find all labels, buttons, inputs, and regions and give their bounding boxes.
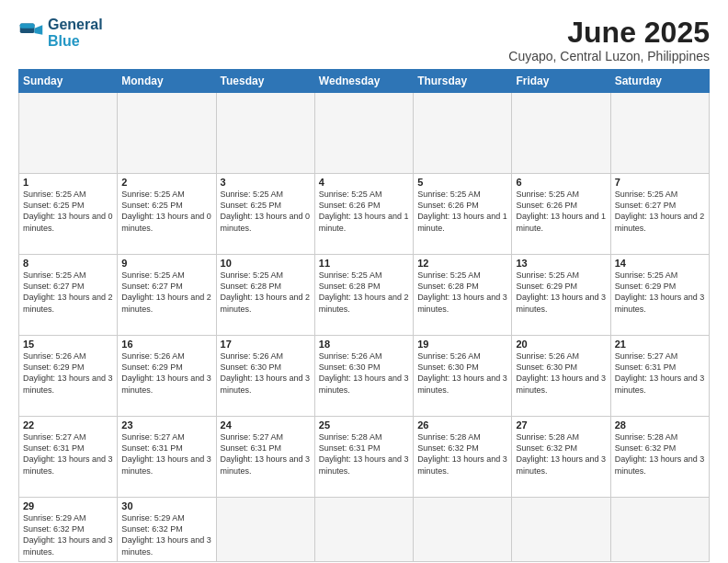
cell-info: Sunrise: 5:29 AMSunset: 6:32 PMDaylight:… — [23, 512, 113, 557]
day-number: 21 — [615, 339, 705, 350]
day-number: 2 — [121, 177, 211, 188]
table-row — [19, 93, 118, 174]
col-monday: Monday — [118, 70, 216, 93]
table-row — [610, 93, 709, 174]
month-title: June 2025 — [508, 17, 710, 49]
cell-info: Sunrise: 5:28 AMSunset: 6:32 PMDaylight:… — [516, 431, 606, 477]
table-row: 2Sunrise: 5:25 AMSunset: 6:25 PMDaylight… — [118, 174, 216, 255]
table-row: 16Sunrise: 5:26 AMSunset: 6:29 PMDayligh… — [118, 336, 216, 417]
cell-info: Sunrise: 5:26 AMSunset: 6:30 PMDaylight:… — [221, 350, 311, 396]
col-wednesday: Wednesday — [314, 70, 413, 93]
day-number: 29 — [23, 500, 113, 511]
table-row: 1Sunrise: 5:25 AMSunset: 6:25 PMDaylight… — [19, 174, 118, 255]
table-row: 22Sunrise: 5:27 AMSunset: 6:31 PMDayligh… — [19, 417, 118, 498]
table-row: 29Sunrise: 5:29 AMSunset: 6:32 PMDayligh… — [19, 498, 118, 562]
logo-icon — [18, 20, 44, 46]
table-row: 20Sunrise: 5:26 AMSunset: 6:30 PMDayligh… — [512, 336, 610, 417]
col-saturday: Saturday — [610, 70, 709, 93]
day-number: 22 — [23, 419, 113, 431]
col-friday: Friday — [512, 70, 610, 93]
day-number: 10 — [221, 258, 311, 269]
cell-info: Sunrise: 5:25 AMSunset: 6:25 PMDaylight:… — [23, 189, 113, 234]
day-number: 7 — [615, 177, 705, 188]
title-block: June 2025 Cuyapo, Central Luzon, Philipp… — [508, 17, 710, 63]
table-row — [512, 498, 610, 562]
cell-info: Sunrise: 5:28 AMSunset: 6:31 PMDaylight:… — [319, 431, 409, 477]
table-row: 18Sunrise: 5:26 AMSunset: 6:30 PMDayligh… — [314, 336, 413, 417]
day-number: 25 — [319, 419, 409, 431]
table-row: 10Sunrise: 5:25 AMSunset: 6:28 PMDayligh… — [216, 255, 314, 336]
day-number: 8 — [23, 258, 113, 269]
cell-info: Sunrise: 5:25 AMSunset: 6:25 PMDaylight:… — [221, 189, 311, 234]
cell-info: Sunrise: 5:27 AMSunset: 6:31 PMDaylight:… — [221, 431, 311, 477]
table-row — [216, 498, 314, 562]
cell-info: Sunrise: 5:25 AMSunset: 6:27 PMDaylight:… — [615, 189, 705, 234]
table-row: 12Sunrise: 5:25 AMSunset: 6:28 PMDayligh… — [414, 255, 512, 336]
day-number: 9 — [121, 258, 211, 269]
table-row: 21Sunrise: 5:27 AMSunset: 6:31 PMDayligh… — [610, 336, 709, 417]
calendar-header-row: Sunday Monday Tuesday Wednesday Thursday… — [19, 70, 710, 93]
day-number: 28 — [615, 419, 705, 431]
table-row — [314, 498, 413, 562]
table-row — [118, 93, 216, 174]
table-row: 28Sunrise: 5:28 AMSunset: 6:32 PMDayligh… — [610, 417, 709, 498]
cell-info: Sunrise: 5:26 AMSunset: 6:30 PMDaylight:… — [417, 350, 507, 396]
day-number: 5 — [417, 177, 507, 188]
cell-info: Sunrise: 5:25 AMSunset: 6:27 PMDaylight:… — [23, 270, 113, 315]
day-number: 4 — [319, 177, 409, 188]
cell-info: Sunrise: 5:25 AMSunset: 6:29 PMDaylight:… — [615, 270, 705, 315]
calendar-table: Sunday Monday Tuesday Wednesday Thursday… — [18, 69, 710, 562]
day-number: 16 — [121, 339, 211, 350]
cell-info: Sunrise: 5:26 AMSunset: 6:29 PMDaylight:… — [121, 350, 211, 396]
table-row: 3Sunrise: 5:25 AMSunset: 6:25 PMDaylight… — [216, 174, 314, 255]
table-row: 30Sunrise: 5:29 AMSunset: 6:32 PMDayligh… — [118, 498, 216, 562]
logo-subtext: Blue — [48, 33, 103, 50]
svg-marker-2 — [35, 26, 43, 36]
cell-info: Sunrise: 5:25 AMSunset: 6:26 PMDaylight:… — [319, 189, 409, 234]
cell-info: Sunrise: 5:29 AMSunset: 6:32 PMDaylight:… — [121, 512, 211, 557]
logo: General Blue — [18, 17, 103, 51]
table-row — [216, 93, 314, 174]
day-number: 3 — [221, 177, 311, 188]
day-number: 12 — [417, 258, 507, 269]
cell-info: Sunrise: 5:25 AMSunset: 6:26 PMDaylight:… — [417, 189, 507, 234]
cell-info: Sunrise: 5:25 AMSunset: 6:25 PMDaylight:… — [121, 189, 211, 234]
table-row: 23Sunrise: 5:27 AMSunset: 6:31 PMDayligh… — [118, 417, 216, 498]
table-row: 27Sunrise: 5:28 AMSunset: 6:32 PMDayligh… — [512, 417, 610, 498]
cell-info: Sunrise: 5:27 AMSunset: 6:31 PMDaylight:… — [121, 431, 211, 477]
day-number: 13 — [516, 258, 606, 269]
table-row: 17Sunrise: 5:26 AMSunset: 6:30 PMDayligh… — [216, 336, 314, 417]
cell-info: Sunrise: 5:27 AMSunset: 6:31 PMDaylight:… — [615, 350, 705, 396]
cell-info: Sunrise: 5:25 AMSunset: 6:29 PMDaylight:… — [516, 270, 606, 315]
table-row: 7Sunrise: 5:25 AMSunset: 6:27 PMDaylight… — [610, 174, 709, 255]
cell-info: Sunrise: 5:26 AMSunset: 6:30 PMDaylight:… — [319, 350, 409, 396]
day-number: 1 — [23, 177, 113, 188]
day-number: 20 — [516, 339, 606, 350]
table-row: 11Sunrise: 5:25 AMSunset: 6:28 PMDayligh… — [314, 255, 413, 336]
day-number: 11 — [319, 258, 409, 269]
day-number: 27 — [516, 419, 606, 431]
day-number: 14 — [615, 258, 705, 269]
table-row: 14Sunrise: 5:25 AMSunset: 6:29 PMDayligh… — [610, 255, 709, 336]
cell-info: Sunrise: 5:26 AMSunset: 6:30 PMDaylight:… — [516, 350, 606, 396]
table-row: 25Sunrise: 5:28 AMSunset: 6:31 PMDayligh… — [314, 417, 413, 498]
logo-text: General — [48, 17, 103, 33]
table-row: 5Sunrise: 5:25 AMSunset: 6:26 PMDaylight… — [414, 174, 512, 255]
day-number: 30 — [121, 500, 211, 511]
table-row: 19Sunrise: 5:26 AMSunset: 6:30 PMDayligh… — [414, 336, 512, 417]
cell-info: Sunrise: 5:28 AMSunset: 6:32 PMDaylight:… — [615, 431, 705, 477]
table-row — [414, 498, 512, 562]
table-row: 15Sunrise: 5:26 AMSunset: 6:29 PMDayligh… — [19, 336, 118, 417]
table-row — [414, 93, 512, 174]
cell-info: Sunrise: 5:26 AMSunset: 6:29 PMDaylight:… — [23, 350, 113, 396]
svg-rect-1 — [20, 24, 35, 29]
table-row: 24Sunrise: 5:27 AMSunset: 6:31 PMDayligh… — [216, 417, 314, 498]
table-row: 8Sunrise: 5:25 AMSunset: 6:27 PMDaylight… — [19, 255, 118, 336]
cell-info: Sunrise: 5:25 AMSunset: 6:28 PMDaylight:… — [221, 270, 311, 315]
day-number: 24 — [221, 419, 311, 431]
cell-info: Sunrise: 5:25 AMSunset: 6:28 PMDaylight:… — [319, 270, 409, 315]
table-row: 9Sunrise: 5:25 AMSunset: 6:27 PMDaylight… — [118, 255, 216, 336]
page: General Blue June 2025 Cuyapo, Central L… — [0, 0, 728, 563]
day-number: 18 — [319, 339, 409, 350]
table-row: 13Sunrise: 5:25 AMSunset: 6:29 PMDayligh… — [512, 255, 610, 336]
